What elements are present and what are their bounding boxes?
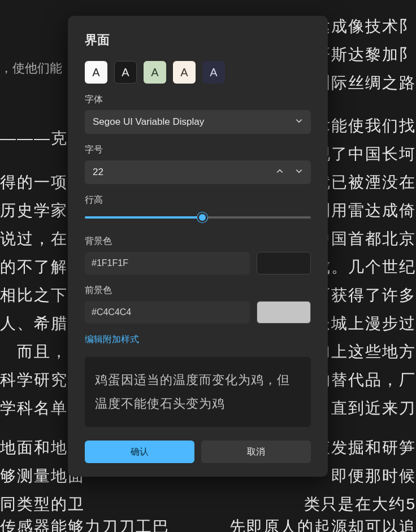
fgcolor-preview[interactable] — [257, 301, 311, 324]
bgcolor-preview[interactable] — [257, 252, 311, 274]
theme-swatch-cream[interactable]: A — [173, 61, 196, 84]
dialog-title: 界面 — [85, 32, 311, 49]
lineheight-slider[interactable] — [85, 211, 311, 224]
bg-line: 长城上漫步过 — [314, 309, 416, 338]
chevron-down-icon — [295, 116, 303, 128]
theme-swatch-dark[interactable]: A — [114, 61, 137, 84]
font-value: Segoe UI Variable Display — [93, 116, 204, 128]
chevron-down-icon[interactable] — [295, 167, 303, 178]
slider-thumb[interactable] — [197, 212, 207, 223]
bg-line: 传感器能够力刀刀工巴 — [0, 513, 170, 532]
bg-line: 先即原人的起源却可以追 — [229, 513, 416, 532]
preview-box: 鸡蛋因适当的温度而变化为鸡，但温度不能使石头变为鸡 — [85, 357, 311, 427]
bg-line: 中国首都北京 — [314, 225, 416, 253]
bg-line: ，使他们能 — [0, 54, 62, 82]
bg-line: 术能使我们找 — [314, 112, 416, 140]
bg-line: 就已被湮没在 — [314, 168, 416, 197]
fgcolor-value: #C4C4C4 — [92, 307, 131, 317]
theme-swatch-navy[interactable]: A — [202, 61, 225, 84]
bgcolor-value: #1F1F1F — [92, 258, 128, 268]
lineheight-label: 行高 — [85, 194, 311, 206]
edit-additional-styles-link[interactable]: 编辑附加样式 — [85, 334, 139, 346]
slider-fill — [85, 216, 202, 219]
theme-swatch-green[interactable]: A — [144, 61, 166, 84]
cancel-button[interactable]: 取消 — [201, 441, 311, 463]
font-select[interactable]: Segoe UI Variable Display — [85, 110, 311, 134]
font-label: 字体 — [85, 94, 311, 106]
confirm-button[interactable]: 确认 — [85, 441, 194, 463]
bg-line: 即便那时候 — [314, 462, 416, 490]
fontsize-stepper[interactable]: 22 — [85, 160, 311, 184]
fontsize-label: 字号 — [85, 144, 311, 156]
bgcolor-input[interactable]: #1F1F1F — [85, 252, 250, 274]
theme-swatch-row: A A A A A — [85, 61, 311, 84]
fgcolor-input[interactable]: #C4C4C4 — [85, 301, 250, 324]
bgcolor-label: 背景色 — [85, 236, 311, 247]
fontsize-value: 22 — [93, 167, 103, 178]
fgcolor-label: 前景色 — [85, 285, 311, 296]
interface-settings-dialog: 界面 A A A A A 字体 Segoe UI Variable Displa… — [68, 16, 328, 477]
theme-swatch-light[interactable]: A — [85, 61, 107, 84]
bg-line: 成。几个世纪 — [314, 253, 416, 281]
chevron-up-icon[interactable] — [276, 167, 284, 178]
